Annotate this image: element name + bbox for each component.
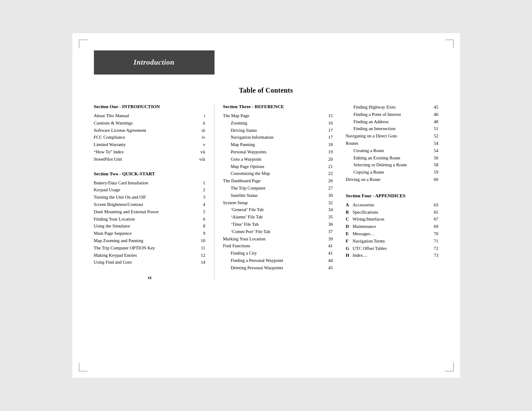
corner-mark-br xyxy=(445,363,454,371)
list-item: HIndex…73 xyxy=(346,252,439,259)
list-item: Turning the Unit On and Off3 xyxy=(94,194,205,201)
list-item: Using the Simulator8 xyxy=(94,223,205,230)
list-item: Finding a City41 xyxy=(223,250,333,257)
list-item: Navigation Information17 xyxy=(223,134,333,141)
list-item: “How To” Indexvii xyxy=(94,149,205,156)
list-item: Map Page Options21 xyxy=(223,163,333,171)
intro-banner: Introduction xyxy=(94,50,215,75)
list-item: DMaintenance69 xyxy=(346,223,439,230)
corner-mark-bl xyxy=(79,363,87,371)
list-item: Goto a Waypoint20 xyxy=(223,156,333,163)
col-right: Finding Highway Exits45Finding a Point o… xyxy=(339,104,439,259)
page: Introduction Table of Contents Section O… xyxy=(72,33,460,378)
list-item: Map Panning18 xyxy=(223,141,333,149)
list-item: Routes54 xyxy=(346,140,439,147)
list-item: Zooming16 xyxy=(223,120,333,127)
section-two-heading: Section Two - QUICK-START xyxy=(94,171,205,176)
section-three-entries: The Map Page15Zooming16Driving Status17N… xyxy=(223,112,333,272)
col-middle: Section Three - REFERENCE The Map Page15… xyxy=(215,104,339,272)
list-item: Map Zooming and Panning10 xyxy=(94,237,205,245)
section-four-heading: Section Four - APPENDICES xyxy=(346,193,439,198)
list-item: Driving Status17 xyxy=(223,127,333,134)
intro-title: Introduction xyxy=(134,58,174,66)
list-item: Marking Your Location39 xyxy=(223,236,333,243)
list-item: BSpecifications65 xyxy=(346,209,439,216)
corner-mark-tr xyxy=(445,40,454,48)
list-item: Software License Agreementiii xyxy=(94,127,205,134)
corner-mark-tl xyxy=(79,40,87,48)
list-item: Finding a Personal Waypoint44 xyxy=(223,257,333,265)
list-item: Keypad Usage2 xyxy=(94,187,205,194)
list-item: ‘Comm Port’ File Tab37 xyxy=(223,228,333,236)
list-item: The Trip Computer27 xyxy=(223,185,333,192)
page-footer: vi xyxy=(94,275,205,280)
list-item: GUTC Offset Tables72 xyxy=(346,245,439,252)
list-item: Making Keypad Entries12 xyxy=(94,252,205,259)
section-four-entries: AAccessories63BSpecifications65CWiring/I… xyxy=(346,202,439,259)
list-item: The Dashboard Page26 xyxy=(223,177,333,185)
list-item: FNavigation Terms71 xyxy=(346,238,439,245)
list-item: Finding an Intersection51 xyxy=(346,125,439,133)
list-item: ‘General’ File Tab34 xyxy=(223,206,333,214)
section-one-heading: Section One - INTRODUCTION xyxy=(94,104,205,109)
content-columns: Section One - INTRODUCTION About This Ma… xyxy=(94,104,439,280)
list-item: Customizing the Map22 xyxy=(223,170,333,177)
list-item: Creating a Route54 xyxy=(346,147,439,155)
list-item: Selecting or Deleting a Route58 xyxy=(346,162,439,169)
list-item: Driving on a Route60 xyxy=(346,176,439,184)
list-item: System Setup32 xyxy=(223,199,333,207)
section-one-entries: About This ManualiCautions & WarningsiiS… xyxy=(94,112,205,163)
list-item: AAccessories63 xyxy=(346,202,439,209)
section-three-right-entries: Finding Highway Exits45Finding a Point o… xyxy=(346,104,439,184)
col-left: Section One - INTRODUCTION About This Ma… xyxy=(94,104,215,280)
list-item: Using Find and Goto14 xyxy=(94,259,205,266)
list-item: About This Manuali xyxy=(94,112,205,120)
section-two-entries: Battery/Data Card Installation1Keypad Us… xyxy=(94,180,205,267)
list-item: StreetPilot Unitviii xyxy=(94,156,205,163)
list-item: Finding Your Location6 xyxy=(94,216,205,223)
list-item: Finding Highway Exits45 xyxy=(346,104,439,111)
list-item: CWiring/Interfaces67 xyxy=(346,216,439,223)
list-item: Personal Waypoints19 xyxy=(223,149,333,156)
section-three-heading: Section Three - REFERENCE xyxy=(223,104,333,109)
list-item: ‘Alarms’ File Tab35 xyxy=(223,214,333,221)
list-item: Find Functions41 xyxy=(223,243,333,250)
list-item: Deleting Personal Waypoints45 xyxy=(223,265,333,272)
list-item: ‘Time’ File Tab36 xyxy=(223,221,333,228)
list-item: Cautions & Warningsii xyxy=(94,120,205,127)
list-item: Battery/Data Card Installation1 xyxy=(94,180,205,187)
list-item: Editing an Existing Route56 xyxy=(346,155,439,162)
list-item: Screen Brightness/Contrast4 xyxy=(94,201,205,209)
list-item: EMessages…70 xyxy=(346,230,439,238)
list-item: Finding a Point of Interest46 xyxy=(346,111,439,118)
list-item: Main Page Sequence9 xyxy=(94,230,205,237)
list-item: Finding an Address48 xyxy=(346,118,439,126)
list-item: The Trip Computer OPTION Key11 xyxy=(94,245,205,252)
toc-title: Table of Contents xyxy=(94,87,439,94)
list-item: FCC Complianceiv xyxy=(94,134,205,141)
list-item: Navigating on a Direct Goto52 xyxy=(346,133,439,140)
list-item: Limited Warrantyv xyxy=(94,141,205,149)
list-item: Copying a Route59 xyxy=(346,169,439,176)
list-item: The Map Page15 xyxy=(223,112,333,120)
list-item: Satellite Status30 xyxy=(223,192,333,199)
list-item: Dash Mounting and External Power5 xyxy=(94,209,205,216)
